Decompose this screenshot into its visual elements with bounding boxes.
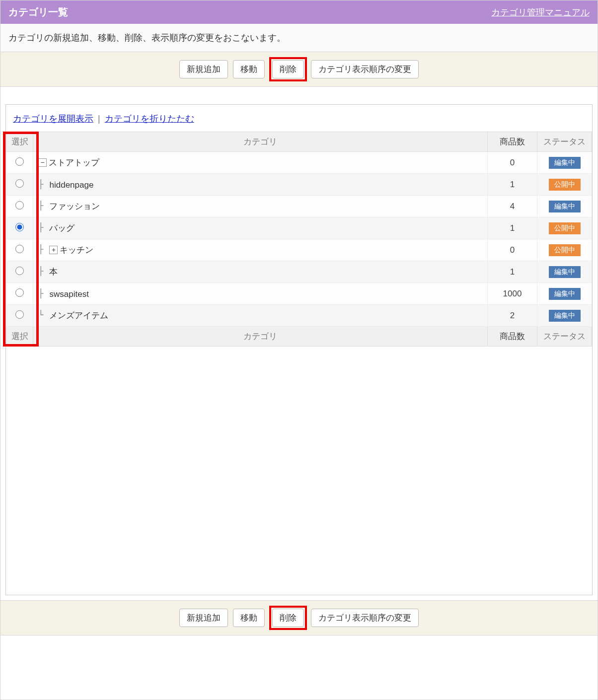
move-button[interactable]: 移動: [233, 60, 265, 78]
tree-branch-icon: ├: [38, 179, 48, 189]
expand-collapse-links: カテゴリを展開表示 | カテゴリを折りたたむ: [6, 105, 592, 132]
tf-status: ステータス: [537, 327, 592, 347]
cell-status: 公開中: [537, 174, 592, 196]
delete-button-bottom[interactable]: 削除: [272, 609, 304, 627]
cell-status: 編集中: [537, 305, 592, 327]
cell-select: [6, 196, 33, 217]
th-select: 選択: [6, 132, 33, 152]
category-name: ファッション: [49, 202, 100, 211]
cell-count: 2: [488, 305, 537, 327]
cell-count: 1000: [488, 283, 537, 305]
cell-status: 編集中: [537, 196, 592, 217]
category-name: hiddenpage: [49, 180, 93, 189]
cell-select: [6, 239, 33, 261]
tree-branch-icon: ├: [38, 288, 48, 298]
status-badge: 編集中: [549, 266, 581, 278]
add-button[interactable]: 新規追加: [179, 60, 228, 78]
category-name: swsapitest: [49, 289, 88, 298]
cell-category: −ストアトップ: [33, 152, 488, 174]
reorder-button-bottom[interactable]: カテゴリ表示順序の変更: [311, 609, 419, 627]
cell-count: 1: [488, 217, 537, 239]
cell-status: 公開中: [537, 217, 592, 239]
cell-category: ├ hiddenpage: [33, 174, 488, 196]
add-button-bottom[interactable]: 新規追加: [179, 609, 228, 627]
cell-category: └ メンズアイテム: [33, 305, 488, 327]
tree-branch-icon: ├: [38, 201, 48, 210]
move-button-bottom[interactable]: 移動: [233, 609, 265, 627]
cell-category: ├ ファッション: [33, 196, 488, 217]
table-row: ├ 本1編集中: [6, 261, 592, 283]
tree-branch-icon: ├: [38, 222, 48, 232]
manual-link[interactable]: カテゴリ管理マニュアル: [491, 6, 590, 18]
select-radio[interactable]: [15, 310, 24, 319]
cell-select: [6, 283, 33, 305]
cell-category: ├ 本: [33, 261, 488, 283]
category-name: キッチン: [60, 245, 93, 255]
status-badge: 公開中: [549, 244, 581, 256]
tf-count: 商品数: [488, 327, 537, 347]
cell-count: 0: [488, 152, 537, 174]
link-divider: |: [98, 114, 100, 124]
select-radio[interactable]: [15, 201, 24, 210]
toolbar-top: 新規追加 移動 削除 カテゴリ表示順序の変更: [0, 52, 598, 87]
status-badge: 公開中: [549, 179, 581, 191]
category-name: バッグ: [49, 223, 75, 233]
category-name: メンズアイテム: [49, 311, 108, 320]
cell-count: 1: [488, 261, 537, 283]
status-badge: 編集中: [549, 201, 581, 212]
th-status: ステータス: [537, 132, 592, 152]
table-row: ├ swsapitest1000編集中: [6, 283, 592, 305]
collapse-icon[interactable]: −: [38, 158, 47, 167]
th-category: カテゴリ: [33, 132, 488, 152]
status-badge: 公開中: [549, 222, 581, 234]
blank-area: [6, 347, 592, 595]
toolbar-bottom: 新規追加 移動 削除 カテゴリ表示順序の変更: [0, 600, 598, 635]
select-radio[interactable]: [15, 288, 24, 297]
cell-count: 1: [488, 174, 537, 196]
status-badge: 編集中: [549, 157, 581, 169]
content-panel: カテゴリを展開表示 | カテゴリを折りたたむ 選択 カテゴリ 商品数 ステータス…: [5, 104, 593, 595]
cell-status: 編集中: [537, 283, 592, 305]
header-bar: カテゴリ一覧 カテゴリ管理マニュアル: [0, 0, 598, 24]
cell-count: 4: [488, 196, 537, 217]
page-description: カテゴリの新規追加、移動、削除、表示順序の変更をおこないます。: [0, 24, 598, 52]
category-table: 選択 カテゴリ 商品数 ステータス −ストアトップ0編集中├ hiddenpag…: [6, 132, 592, 347]
category-table-wrapper: 選択 カテゴリ 商品数 ステータス −ストアトップ0編集中├ hiddenpag…: [6, 132, 592, 347]
table-row: −ストアトップ0編集中: [6, 152, 592, 174]
expand-icon[interactable]: +: [49, 246, 58, 254]
table-row: ├ バッグ1公開中: [6, 217, 592, 239]
th-count: 商品数: [488, 132, 537, 152]
select-radio[interactable]: [15, 223, 24, 231]
select-radio[interactable]: [15, 179, 24, 188]
category-name: 本: [49, 267, 58, 277]
collapse-link[interactable]: カテゴリを折りたたむ: [105, 114, 194, 124]
cell-category: ├ swsapitest: [33, 283, 488, 305]
delete-button[interactable]: 削除: [272, 60, 304, 78]
reorder-button[interactable]: カテゴリ表示順序の変更: [311, 60, 419, 78]
status-badge: 編集中: [549, 288, 581, 300]
cell-select: [6, 152, 33, 174]
select-radio[interactable]: [15, 267, 24, 275]
delete-highlight-top: 削除: [269, 57, 307, 81]
cell-select: [6, 174, 33, 196]
status-badge: 編集中: [549, 310, 581, 322]
table-row: ├ ファッション4編集中: [6, 196, 592, 217]
page-title: カテゴリ一覧: [8, 5, 68, 19]
tree-branch-icon: ├: [38, 244, 48, 254]
tf-category: カテゴリ: [33, 327, 488, 347]
select-radio[interactable]: [15, 157, 24, 166]
cell-select: [6, 261, 33, 283]
cell-count: 0: [488, 239, 537, 261]
expand-link[interactable]: カテゴリを展開表示: [13, 114, 93, 124]
category-name: ストアトップ: [49, 158, 99, 167]
table-row: ├ +キッチン0公開中: [6, 239, 592, 261]
cell-status: 編集中: [537, 152, 592, 174]
cell-status: 編集中: [537, 261, 592, 283]
cell-category: ├ +キッチン: [33, 239, 488, 261]
cell-category: ├ バッグ: [33, 217, 488, 239]
cell-select: [6, 305, 33, 327]
cell-status: 公開中: [537, 239, 592, 261]
table-row: ├ hiddenpage1公開中: [6, 174, 592, 196]
select-radio[interactable]: [15, 245, 24, 253]
tree-branch-icon: ├: [38, 266, 48, 276]
